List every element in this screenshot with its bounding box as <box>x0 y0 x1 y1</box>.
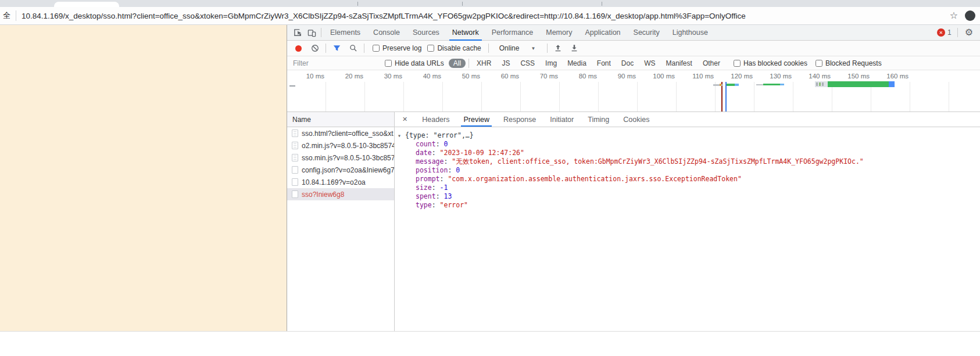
address-bar[interactable]: 全 10.84.1.169/x_desktop/sso.html?client=… <box>0 7 980 25</box>
tab-label: Preview <box>463 116 489 124</box>
close-icon[interactable]: ✕ <box>395 116 415 123</box>
disable-cache-label[interactable]: Disable cache <box>437 44 481 52</box>
script-icon <box>292 154 298 161</box>
json-property[interactable]: size: -1 <box>398 184 980 192</box>
network-filter-bar: Hide data URLs All XHR JS CSS Img Media … <box>287 56 980 70</box>
request-row[interactable]: sso.html?client=office_sso&xt… <box>287 127 394 139</box>
security-indicator-text[interactable]: 全 <box>3 10 10 21</box>
window-bottom-margin <box>0 331 980 356</box>
json-property[interactable]: spent: 13 <box>398 192 980 201</box>
request-row[interactable]: config.json?v=o2oa&Iniew6g7 <box>287 164 394 176</box>
timeline-tick-label: 10 ms <box>289 73 324 80</box>
filter-type-xhr[interactable]: XHR <box>472 59 496 68</box>
blocked-requests-checkbox[interactable] <box>816 60 822 67</box>
hide-data-urls-label[interactable]: Hide data URLs <box>395 59 444 67</box>
json-key: date <box>416 149 432 157</box>
tab-network[interactable]: Network <box>446 25 485 40</box>
console-error-badge[interactable]: ✕ 1 <box>937 28 952 37</box>
load-event-line <box>721 82 723 112</box>
devtools-tab-bar: Elements Console Sources Network Perform… <box>287 25 980 41</box>
json-value: "error" <box>440 201 468 209</box>
filter-type-font[interactable]: Font <box>592 59 616 68</box>
tab-application[interactable]: Application <box>578 25 627 40</box>
json-property[interactable]: message: "无效token, client:office_sso, to… <box>398 157 980 166</box>
filter-type-css[interactable]: CSS <box>516 59 539 68</box>
preserve-log-checkbox[interactable] <box>373 45 380 52</box>
record-button[interactable] <box>295 45 302 52</box>
url-text[interactable]: 10.84.1.169/x_desktop/sso.html?client=of… <box>22 12 945 20</box>
tab-console[interactable]: Console <box>367 25 406 40</box>
waterfall-bar <box>756 84 763 85</box>
caret-down-icon[interactable]: ▾ <box>398 131 405 140</box>
clear-icon[interactable] <box>311 44 319 52</box>
throttling-select[interactable]: Online <box>499 44 520 52</box>
tab-lighthouse[interactable]: Lighthouse <box>666 25 714 40</box>
blocked-requests-label[interactable]: Blocked Requests <box>825 59 882 67</box>
network-overview[interactable]: 10 ms 20 ms 30 ms 40 ms 50 ms 60 ms 70 m… <box>287 70 980 112</box>
filter-type-manifest[interactable]: Manifest <box>661 59 697 68</box>
export-har-icon[interactable] <box>570 44 578 52</box>
filter-type-ws[interactable]: WS <box>639 59 660 68</box>
json-value: "com.x.organization.assemble.authenticat… <box>448 175 741 183</box>
screenshot-root: 全 10.84.1.169/x_desktop/sso.html?client=… <box>0 0 980 356</box>
network-lower-section: Name sso.html?client=office_sso&xt… o2.m… <box>287 112 980 331</box>
profile-avatar[interactable] <box>965 10 975 21</box>
details-tab-bar: ✕ Headers Preview Response Initiator Tim… <box>395 112 980 127</box>
tab-response[interactable]: Response <box>496 112 543 127</box>
chevron-down-icon[interactable]: ▼ <box>531 46 535 51</box>
preserve-log-label[interactable]: Preserve log <box>382 44 421 52</box>
device-toolbar-icon[interactable] <box>305 26 319 39</box>
tab-timing[interactable]: Timing <box>581 112 616 127</box>
requests-name-header[interactable]: Name <box>287 112 394 127</box>
toolbar-separator <box>321 28 321 37</box>
json-property[interactable]: type: "error" <box>398 201 980 210</box>
json-property[interactable]: position: 0 <box>398 166 980 175</box>
tab-memory[interactable]: Memory <box>539 25 578 40</box>
settings-gear-icon[interactable]: ⚙ <box>965 28 973 37</box>
bookmark-star-icon[interactable]: ☆ <box>950 11 958 20</box>
has-blocked-cookies-checkbox[interactable] <box>734 60 741 67</box>
tab-cookies[interactable]: Cookies <box>616 112 656 127</box>
tab-preview[interactable]: Preview <box>456 112 496 127</box>
hide-data-urls-checkbox[interactable] <box>385 60 392 67</box>
browser-tab[interactable] <box>54 2 119 7</box>
search-icon[interactable] <box>349 44 357 52</box>
json-root-line[interactable]: ▾{type: "error",…} <box>398 131 980 140</box>
json-colon: : <box>440 175 448 183</box>
timeline-tick-label: 40 ms <box>406 73 441 80</box>
filter-type-img[interactable]: Img <box>541 59 561 68</box>
timeline-tick-label: 20 ms <box>328 73 363 80</box>
json-colon: : <box>436 140 444 148</box>
json-property[interactable]: prompt: "com.x.organization.assemble.aut… <box>398 175 980 184</box>
filter-type-doc[interactable]: Doc <box>617 59 638 68</box>
json-property[interactable]: count: 0 <box>398 140 980 149</box>
inspect-element-icon[interactable] <box>291 26 305 39</box>
filter-type-js[interactable]: JS <box>497 59 514 68</box>
filter-funnel-icon[interactable] <box>332 44 341 52</box>
tab-security[interactable]: Security <box>627 25 666 40</box>
request-row[interactable]: sso.min.js?v=8.0.5-10-3bc8574 <box>287 152 394 164</box>
tab-headers[interactable]: Headers <box>415 112 456 127</box>
tab-performance[interactable]: Performance <box>485 25 540 40</box>
filter-type-other[interactable]: Other <box>698 59 725 68</box>
domcontentloaded-line <box>725 82 727 112</box>
request-row-selected[interactable]: sso?Iniew6g8 <box>287 188 394 200</box>
tab-sources[interactable]: Sources <box>406 25 446 40</box>
import-har-icon[interactable] <box>554 44 562 52</box>
json-property[interactable]: date: "2023-10-09 12:47:26" <box>398 149 980 157</box>
tab-label: Lighthouse <box>673 28 708 37</box>
disable-cache-checkbox[interactable] <box>427 45 434 52</box>
timeline-tick-label: 130 ms <box>757 73 792 80</box>
has-blocked-cookies-label[interactable]: Has blocked cookies <box>743 59 807 67</box>
filter-type-all[interactable]: All <box>449 59 466 68</box>
page-content-area <box>0 25 287 331</box>
requests-pane: Name sso.html?client=office_sso&xt… o2.m… <box>287 112 395 331</box>
filter-input[interactable] <box>293 59 379 67</box>
tab-elements[interactable]: Elements <box>324 25 367 40</box>
timeline-tick-label: 100 ms <box>640 73 675 80</box>
waterfall-bar <box>727 84 735 86</box>
tab-initiator[interactable]: Initiator <box>543 112 581 127</box>
request-row[interactable]: o2.min.js?v=8.0.5-10-3bc8574 <box>287 139 394 152</box>
filter-type-media[interactable]: Media <box>563 59 591 68</box>
request-row[interactable]: 10.84.1.169?v=o2oa <box>287 176 394 188</box>
